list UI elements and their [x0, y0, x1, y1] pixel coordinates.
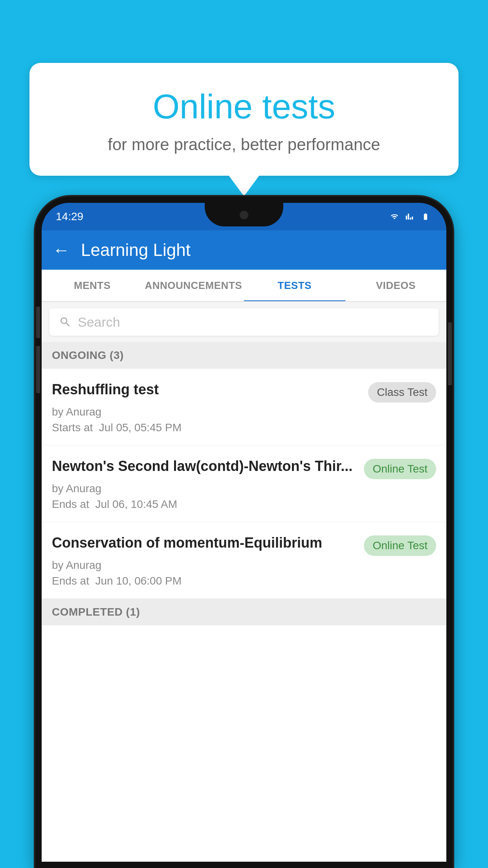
tab-videos[interactable]: VIDEOS — [345, 270, 447, 301]
section-ongoing: ONGOING (3) — [42, 342, 446, 369]
test-title: Newton's Second law(contd)-Newton's Thir… — [52, 457, 358, 476]
test-item[interactable]: Newton's Second law(contd)-Newton's Thir… — [42, 445, 446, 522]
phone-side-left — [36, 307, 40, 338]
tab-announcements[interactable]: ANNOUNCEMENTS — [143, 270, 244, 301]
test-item-row: Reshuffling test Class Test — [52, 381, 436, 403]
app-bar-title: Learning Light — [81, 240, 191, 260]
signal-icon — [404, 213, 415, 221]
search-icon — [59, 316, 72, 328]
search-placeholder: Search — [78, 314, 120, 330]
test-meta: by Anurag — [52, 406, 436, 418]
test-badge-class: Class Test — [368, 382, 436, 403]
app-bar: ← Learning Light — [42, 230, 446, 270]
test-title: Reshuffling test — [52, 381, 362, 399]
test-item-row: Newton's Second law(contd)-Newton's Thir… — [52, 457, 436, 479]
status-time: 14:29 — [56, 210, 83, 223]
back-arrow-icon[interactable]: ← — [53, 240, 70, 260]
speech-bubble: Online tests for more practice, better p… — [29, 63, 459, 176]
test-item[interactable]: Conservation of momentum-Equilibrium Onl… — [42, 522, 446, 599]
test-item[interactable]: Reshuffling test Class Test by Anurag St… — [42, 369, 446, 445]
battery-icon — [419, 213, 432, 221]
test-meta: by Anurag — [52, 482, 436, 495]
test-badge-online: Online Test — [364, 459, 436, 479]
wifi-icon — [389, 213, 400, 221]
phone-side-right — [448, 322, 452, 385]
test-date: Starts at Jul 05, 05:45 PM — [52, 421, 436, 434]
search-bar[interactable]: Search — [50, 308, 438, 336]
phone-screen: ← Learning Light MENTS ANNOUNCEMENTS TES… — [42, 230, 446, 862]
test-date: Ends at Jul 06, 10:45 AM — [52, 498, 436, 511]
tabs-bar: MENTS ANNOUNCEMENTS TESTS VIDEOS — [42, 270, 446, 302]
test-title: Conservation of momentum-Equilibrium — [52, 534, 358, 552]
search-container: Search — [42, 302, 446, 342]
status-bar: 14:29 — [42, 203, 446, 230]
test-meta: by Anurag — [52, 559, 436, 572]
phone-side-left2 — [36, 346, 40, 393]
phone-frame: 14:29 ← Learning Light MENTS ANNOUNCEMEN… — [35, 197, 453, 868]
tab-tests[interactable]: TESTS — [244, 270, 345, 301]
section-completed: COMPLETED (1) — [42, 599, 446, 625]
test-item-row: Conservation of momentum-Equilibrium Onl… — [52, 534, 436, 556]
bubble-subtitle: for more practice, better performance — [53, 135, 435, 154]
test-badge-online: Online Test — [364, 535, 436, 556]
test-date: Ends at Jun 10, 06:00 PM — [52, 575, 436, 587]
tab-ments[interactable]: MENTS — [42, 270, 143, 301]
status-icons — [389, 213, 432, 221]
bubble-title: Online tests — [53, 86, 435, 127]
camera — [240, 211, 248, 219]
